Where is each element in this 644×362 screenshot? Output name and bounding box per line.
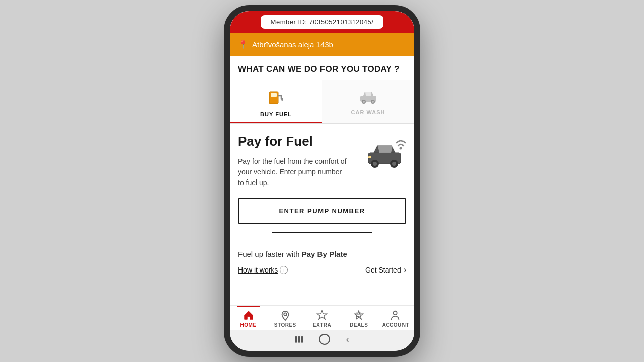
tab-wash-label: CAR WASH xyxy=(351,109,385,115)
location-pin-icon: 📍 xyxy=(238,40,248,49)
tabs-container: BUY FUEL xyxy=(230,80,414,124)
enter-pump-button[interactable]: ENTER PUMP NUMBER xyxy=(238,198,406,224)
section-title: WHAT CAN WE DO FOR YOU TODAY ? xyxy=(230,56,414,80)
account-icon xyxy=(390,310,401,321)
car-wash-icon xyxy=(359,87,377,106)
pay-plate-bold: Pay By Plate xyxy=(302,250,347,258)
location-bar[interactable]: 📍 Atbrīvošanas aleja 143b xyxy=(230,33,414,56)
section-divider xyxy=(272,232,372,233)
nav-account[interactable]: ACCOUNT xyxy=(377,310,414,328)
main-content: WHAT CAN WE DO FOR YOU TODAY ? xyxy=(230,56,414,305)
member-id-text: Member ID: 7035052101312045/ xyxy=(271,18,374,26)
svg-point-5 xyxy=(363,101,365,103)
fuel-pump-icon xyxy=(267,87,285,108)
nav-extra[interactable]: EXTRA xyxy=(303,310,340,328)
tab-buy-fuel[interactable]: BUY FUEL xyxy=(230,80,322,123)
fuel-description: Pay for the fuel from the comfort of you… xyxy=(238,156,349,188)
svg-point-15 xyxy=(284,313,287,316)
svg-point-17 xyxy=(394,311,397,315)
tab-fuel-label: BUY FUEL xyxy=(260,111,292,117)
svg-point-13 xyxy=(392,162,396,166)
nav-extra-label: EXTRA xyxy=(313,322,331,328)
tab-car-wash[interactable]: CAR WASH xyxy=(322,80,414,123)
how-it-works-link[interactable]: How it works i xyxy=(238,266,288,274)
three-lines-button xyxy=(295,336,303,343)
pay-by-plate-section: Fuel up faster with Pay By Plate How it … xyxy=(230,250,414,283)
get-started-text: Get Started xyxy=(365,266,401,274)
nav-home[interactable]: HOME xyxy=(230,310,267,328)
fuel-section: Pay for Fuel Pay for the fuel from the c… xyxy=(230,124,414,250)
svg-point-2 xyxy=(281,99,283,101)
nav-deals[interactable]: DEALS xyxy=(341,310,377,328)
nav-stores-label: STORES xyxy=(274,322,296,328)
phone-device: Member ID: 7035052101312045/ 📍 Atbrīvoša… xyxy=(224,5,420,357)
pay-plate-text-before: Fuel up faster with xyxy=(238,250,302,258)
phone-bottom-bar: ‹ xyxy=(230,330,414,351)
get-started-link[interactable]: Get Started › xyxy=(365,265,406,275)
nav-home-label: HOME xyxy=(240,322,257,328)
location-text: Atbrīvošanas aleja 143b xyxy=(252,40,333,49)
extra-icon xyxy=(316,310,328,321)
member-bar: Member ID: 7035052101312045/ xyxy=(230,11,414,33)
bottom-nav: HOME STORES EXTRA DEALS xyxy=(230,305,414,330)
phone-screen: Member ID: 7035052101312045/ 📍 Atbrīvoša… xyxy=(230,11,414,330)
back-button[interactable]: ‹ xyxy=(346,334,349,345)
svg-rect-14 xyxy=(368,156,371,158)
svg-point-8 xyxy=(400,147,403,150)
member-id-card: Member ID: 7035052101312045/ xyxy=(261,15,384,29)
svg-rect-1 xyxy=(271,93,277,97)
nav-deals-label: DEALS xyxy=(350,322,368,328)
chevron-right-icon: › xyxy=(404,265,406,275)
plate-actions: How it works i Get Started › xyxy=(238,265,406,275)
nav-stores[interactable]: STORES xyxy=(267,310,303,328)
nav-account-label: ACCOUNT xyxy=(382,322,410,328)
deals-icon xyxy=(353,310,364,321)
car-with-signal-icon xyxy=(366,134,406,169)
home-button[interactable] xyxy=(319,334,330,345)
info-icon: i xyxy=(280,266,288,274)
pay-plate-text: Fuel up faster with Pay By Plate xyxy=(238,250,406,258)
stores-icon xyxy=(280,310,291,321)
how-it-works-text: How it works xyxy=(238,266,278,274)
home-icon xyxy=(243,310,254,321)
svg-point-7 xyxy=(372,101,374,103)
fuel-title: Pay for Fuel xyxy=(238,134,349,149)
svg-point-11 xyxy=(373,162,377,166)
